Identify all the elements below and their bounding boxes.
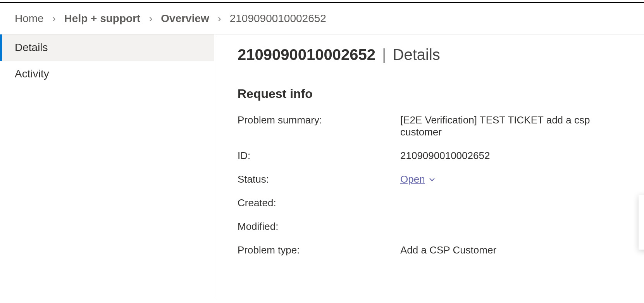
title-sub: Details: [393, 46, 440, 63]
chevron-right-icon: ›: [218, 12, 221, 24]
sidebar-item-activity[interactable]: Activity: [0, 61, 214, 87]
field-label: Modified:: [238, 221, 400, 233]
field-value: 2109090010002652: [400, 150, 629, 162]
breadcrumb-home[interactable]: Home: [15, 12, 44, 24]
top-border: [0, 0, 644, 3]
status-option-closed[interactable]: Closed: [639, 222, 644, 245]
field-problem-type: Problem type: Add a CSP Customer: [238, 244, 629, 256]
status-option-open[interactable]: Open: [639, 199, 644, 222]
field-created: Created:: [238, 197, 629, 209]
sidebar-item-label: Activity: [15, 68, 49, 80]
field-label: Problem summary:: [238, 114, 400, 126]
title-separator: |: [382, 46, 386, 63]
section-heading: Request info: [238, 87, 629, 101]
chevron-right-icon: ›: [149, 12, 152, 24]
field-value: [E2E Verification] TEST TICKET add a csp…: [400, 114, 629, 138]
page-title: 2109090010002652 | Details: [238, 46, 629, 63]
breadcrumb-help-support[interactable]: Help + support: [64, 12, 141, 24]
status-value-text: Open: [400, 173, 425, 185]
breadcrumb-overview[interactable]: Overview: [161, 12, 209, 24]
field-label: Problem type:: [238, 244, 400, 256]
field-id: ID: 2109090010002652: [238, 150, 629, 162]
field-label: Status:: [238, 173, 400, 185]
status-dropdown-toggle[interactable]: Open: [400, 173, 436, 185]
field-value: Add a CSP Customer: [400, 244, 629, 256]
field-modified: Modified:: [238, 221, 629, 233]
main-content: 2109090010002652 | Details Request info …: [214, 34, 644, 298]
sidebar-item-label: Details: [15, 41, 48, 53]
title-id: 2109090010002652: [238, 46, 375, 63]
chevron-right-icon: ›: [52, 12, 55, 24]
field-label: ID:: [238, 150, 400, 162]
breadcrumb: Home › Help + support › Overview › 21090…: [0, 3, 644, 34]
field-problem-summary: Problem summary: [E2E Verification] TEST…: [238, 114, 629, 138]
chevron-down-icon: [428, 176, 436, 183]
status-dropdown-menu: Open Closed: [639, 195, 644, 250]
field-status: Status: Open: [238, 173, 629, 185]
sidebar-item-details[interactable]: Details: [0, 34, 214, 61]
breadcrumb-current: 2109090010002652: [230, 12, 326, 24]
sidebar: Details Activity: [0, 34, 214, 298]
field-label: Created:: [238, 197, 400, 209]
